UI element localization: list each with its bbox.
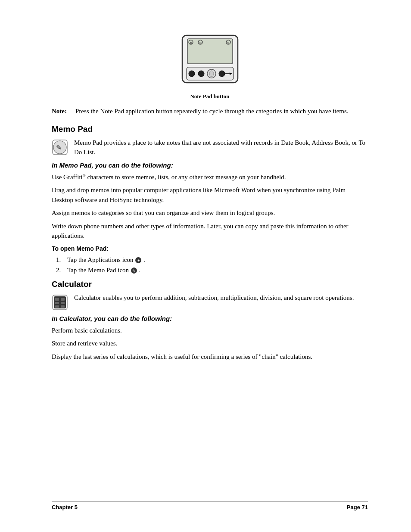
svg-point-12 [209,71,214,77]
device-label: Note Pad button [190,93,229,100]
memo-bullet-1: Drag and drop memos into popular compute… [52,185,368,205]
memo-pad-icon: ✎ [52,139,68,156]
svg-rect-26 [61,298,65,301]
svg-point-13 [219,71,225,77]
memo-pad-steps: 1. Tap the Applications icon ✦ . 2. Tap … [52,255,368,275]
svg-text:⊞: ⊞ [199,41,202,45]
step-2: 2. Tap the Memo Pad icon ✎ . [56,265,368,275]
svg-rect-1 [187,39,233,64]
memo-bullet-3: Write down phone numbers and other types… [52,221,368,241]
memo-bullet-0: Use Graffiti® characters to store memos,… [52,172,368,182]
calculator-heading: Calculator [52,280,368,289]
step-1: 1. Tap the Applications icon ✦ . [56,255,368,265]
svg-text:✿: ✿ [190,41,192,45]
calculator-intro: Calculator enables you to perform additi… [52,293,368,311]
open-memo-pad-heading: To open Memo Pad: [52,245,368,252]
calculator-icon [52,294,68,311]
memo-bullet-2: Assign memos to categories so that you c… [52,208,368,218]
calc-bullet-1: Store and retrieve values. [52,339,368,348]
calc-bullet-0: Perform basic calculations. [52,326,368,336]
calc-bullet-2: Display the last series of calculations,… [52,352,368,362]
svg-text:⊕: ⊕ [227,41,230,45]
device-illustration: ✿ ⊞ ⊕ Note Pad button [52,34,368,100]
svg-point-10 [198,71,204,77]
note-paragraph: Note: Press the Note Pad application but… [52,108,368,115]
svg-text:✎: ✎ [56,144,62,151]
memo-pad-heading: Memo Pad [52,124,368,134]
svg-text:✎: ✎ [132,269,136,273]
memo-pad-subheading: In Memo Pad, you can do the following: [52,162,368,169]
svg-rect-28 [61,302,65,304]
svg-point-9 [189,71,195,77]
memo-pad-intro: ✎ Memo Pad provides a place to take note… [52,138,368,157]
svg-rect-27 [55,302,59,304]
calculator-description: Calculator enables you to perform additi… [74,293,354,303]
memo-pad-description: Memo Pad provides a place to take notes … [74,138,368,157]
note-label: Note: [52,108,71,115]
calculator-subheading: In Calculator, you can do the following: [52,315,368,322]
applications-icon: ✦ [135,257,142,264]
footer-page: Page 71 [347,504,368,510]
footer-chapter: Chapter 5 [52,504,78,510]
note-text: Press the Note Pad application button re… [75,108,349,115]
svg-text:✦: ✦ [137,258,140,263]
page-footer: Chapter 5 Page 71 [52,501,368,510]
svg-rect-29 [55,305,59,308]
svg-rect-30 [61,305,65,308]
svg-rect-25 [55,298,59,301]
memo-pad-inline-icon: ✎ [131,267,137,274]
